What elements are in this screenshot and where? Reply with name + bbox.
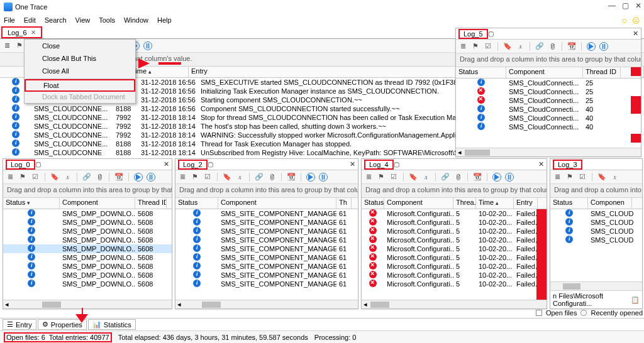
ctx-close-all[interactable]: Close All xyxy=(25,65,135,77)
table-row[interactable]: Microsoft.Configurati...510-02-20...Fail… xyxy=(362,253,547,262)
table-row[interactable]: SMS_SITE_COMPONENT_MANAGER61 xyxy=(175,271,358,280)
table-row[interactable]: SMS_DMP_DOWNLO...5608 xyxy=(3,236,172,244)
table-row[interactable]: SMS_SITE_COMPONENT_MANAGER61 xyxy=(175,218,358,227)
p2-col-th[interactable]: Th xyxy=(336,198,352,209)
table-row[interactable]: SMS_CloudConnecti...40 xyxy=(456,105,641,114)
table-row[interactable]: Microsoft.Configurati...510-02-20...Fail… xyxy=(362,209,547,218)
maximize-button[interactable]: ▢ xyxy=(622,1,629,10)
close-button[interactable]: ✕ xyxy=(635,1,641,10)
p0-hscroll[interactable]: ◂ xyxy=(3,300,172,308)
table-row[interactable]: SMS_SITE_COMPONENT_MANAGER61 xyxy=(175,280,358,288)
pane5-groupby[interactable]: Drag and drop a column into this area to… xyxy=(456,53,641,67)
pane4-close-icon[interactable]: ✕ xyxy=(538,160,544,168)
frown-icon[interactable]: ☹ xyxy=(632,16,640,25)
p4-col-threa[interactable]: Threa... xyxy=(453,198,476,209)
menu-edit[interactable]: Edit xyxy=(24,16,36,24)
table-row[interactable]: SMS_CloudConnecti...40 xyxy=(456,122,641,131)
pane0-tab[interactable]: Log_0 xyxy=(6,160,35,170)
p4-col-entry[interactable]: Entry xyxy=(514,198,538,209)
table-row[interactable]: SMS_DMP_DOWNLO...5608 xyxy=(3,209,172,218)
table-row[interactable]: SMS_CloudConnecti...25 xyxy=(456,79,641,87)
table-row[interactable]: SMS_CLOUD xyxy=(550,227,642,236)
table-row[interactable]: SMS_DMP_DOWNLO...5608 xyxy=(3,218,172,227)
bottom-tab-entry[interactable]: ☰Entry xyxy=(3,319,36,330)
pane0-max-icon[interactable]: ▢ xyxy=(35,161,41,168)
tool-icon[interactable]: ≣ xyxy=(3,41,11,50)
pane4-tab[interactable]: Log_4 xyxy=(364,160,394,170)
table-row[interactable]: SMS_CLOUD xyxy=(550,236,642,244)
table-row[interactable]: SMS_CloudConnecti...25 xyxy=(456,96,641,105)
ctx-close-all-but[interactable]: Close All But This xyxy=(25,52,135,65)
p2-col-status[interactable]: Status xyxy=(175,198,218,209)
table-row[interactable]: SMS_DMP_DOWNLO...5608 xyxy=(3,244,172,253)
openfiles-icon[interactable] xyxy=(536,310,542,316)
table-row[interactable]: SMS_CloudConnecti...25 xyxy=(456,87,641,96)
table-row[interactable]: Microsoft.Configurati...510-02-20...Fail… xyxy=(362,271,547,280)
p4-col-comp[interactable]: Component xyxy=(384,198,453,209)
p3-col-status[interactable]: Status xyxy=(550,198,588,209)
p5-col-comp[interactable]: Component xyxy=(506,67,583,78)
table-row[interactable]: Microsoft.Configurati...510-02-20...Fail… xyxy=(362,218,547,227)
p3-hscroll[interactable] xyxy=(550,281,642,290)
table-row[interactable]: Microsoft.Configurati...510-02-20...Fail… xyxy=(362,280,547,288)
table-row[interactable]: SMS_DMP_DOWNLO...5608 xyxy=(3,262,172,271)
table-row[interactable]: Microsoft.Configurati...510-02-20...Fail… xyxy=(362,236,547,244)
minimize-button[interactable]: — xyxy=(608,1,616,10)
p2-col-comp[interactable]: Component xyxy=(218,198,336,209)
menu-view[interactable]: View xyxy=(75,16,91,24)
tab-log6[interactable]: Log_6 ✕ xyxy=(1,26,42,38)
p0-col-tid[interactable]: Thread ID xyxy=(135,198,167,209)
menu-search[interactable]: Search xyxy=(45,16,67,24)
table-row[interactable]: Microsoft.Configurati...510-02-20...Fail… xyxy=(362,262,547,271)
ctx-float[interactable]: Float xyxy=(25,79,135,92)
pane3-tab[interactable]: Log_3 xyxy=(553,160,582,170)
p5-col-status[interactable]: Status xyxy=(456,67,506,78)
ctx-close[interactable]: Close xyxy=(25,40,135,52)
p4-hscroll[interactable]: ◂ xyxy=(362,300,547,308)
table-row[interactable]: SMS_SITE_COMPONENT_MANAGER61 xyxy=(175,209,358,218)
pane2-close-icon[interactable]: ✕ xyxy=(350,160,355,168)
pane4-groupby[interactable]: Drag and drop a column into this area to… xyxy=(362,184,547,198)
pane2-max-icon[interactable]: ▢ xyxy=(208,161,213,168)
smile-icon[interactable]: ☺ xyxy=(621,16,628,25)
table-row[interactable]: SMS_SITE_COMPONENT_MANAGER61 xyxy=(175,262,358,271)
pane2-tab[interactable]: Log_2 xyxy=(178,160,208,170)
pane3-groupby[interactable]: Drag and drop a column into this a xyxy=(550,184,642,198)
pane5-max-icon[interactable]: ▢ xyxy=(488,30,494,37)
p0-col-status[interactable]: Status ▾ xyxy=(3,198,60,209)
pane0-close-icon[interactable]: ✕ xyxy=(164,160,169,168)
pane5-close-icon[interactable]: ✕ xyxy=(633,30,638,38)
p2-hscroll[interactable]: ◂ xyxy=(175,300,358,308)
table-row[interactable]: SMS_DMP_DOWNLO...5608 xyxy=(3,253,172,262)
table-row[interactable]: SMS_CLOUD xyxy=(550,218,642,227)
tab-close-icon[interactable]: ✕ xyxy=(31,29,36,36)
table-row[interactable]: SMS_DMP_DOWNLO...5608 xyxy=(3,271,172,280)
menu-help[interactable]: Help xyxy=(157,16,172,24)
p3-col-comp[interactable]: Componen xyxy=(588,198,632,209)
table-row[interactable]: SMS_SITE_COMPONENT_MANAGER61 xyxy=(175,253,358,262)
flag-icon[interactable]: ⚑ xyxy=(15,41,24,50)
p4-col-time[interactable]: Time ▴ xyxy=(476,198,514,209)
menu-tools[interactable]: Tools xyxy=(99,16,115,24)
table-row[interactable]: SMS_DMP_DOWNLO...5608 xyxy=(3,280,172,288)
table-row[interactable]: SMS_DMP_DOWNLO...5608 xyxy=(3,227,172,236)
table-row[interactable]: SMS_SITE_COMPONENT_MANAGER61 xyxy=(175,227,358,236)
pane5-tab[interactable]: Log_5 xyxy=(458,29,488,39)
table-row[interactable]: SMS_SITE_COMPONENT_MANAGER61 xyxy=(175,236,358,244)
p0-col-comp[interactable]: Component xyxy=(60,198,135,209)
table-row[interactable]: Microsoft.Configurati...510-02-20...Fail… xyxy=(362,244,547,253)
menu-window[interactable]: Window xyxy=(124,16,148,24)
menu-file[interactable]: File xyxy=(4,16,15,24)
p5-hscroll[interactable]: ◂ xyxy=(456,148,641,156)
table-row[interactable]: SMS_CloudConnecti...40 xyxy=(456,114,641,122)
bottom-tab-statistics[interactable]: 📊Statistics xyxy=(88,319,136,330)
p4-col-status[interactable]: Status xyxy=(362,198,384,209)
table-row[interactable]: Microsoft.Configurati...510-02-20...Fail… xyxy=(362,227,547,236)
pane2-groupby[interactable]: Drag and drop a column into this area to… xyxy=(175,184,358,198)
pane4-max-icon[interactable]: ▢ xyxy=(394,161,399,168)
p5-col-tid[interactable]: Thread ID xyxy=(583,67,621,78)
table-row[interactable]: SMS_SITE_COMPONENT_MANAGER61 xyxy=(175,244,358,253)
pane0-groupby[interactable]: Drag and drop a column into this area to… xyxy=(3,184,172,198)
recent-icon[interactable] xyxy=(580,310,587,316)
pause-button[interactable]: II xyxy=(143,41,152,50)
